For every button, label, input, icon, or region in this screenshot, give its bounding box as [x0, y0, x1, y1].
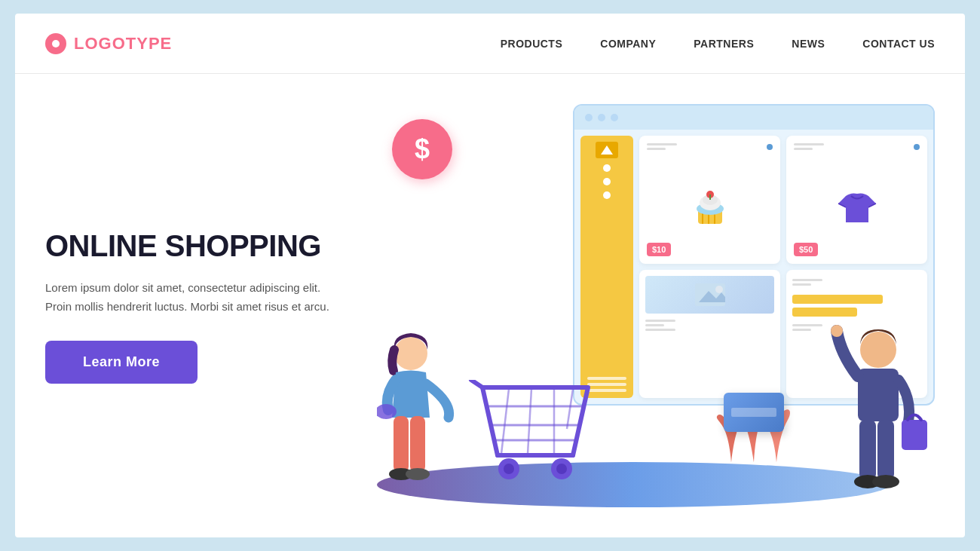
- color-block-yellow: [792, 295, 883, 304]
- logo-circle-inner: [52, 40, 60, 47]
- bc-line-2: [645, 324, 664, 326]
- shopping-cart: [467, 380, 603, 496]
- svg-point-14: [394, 337, 427, 370]
- svg-line-26: [567, 389, 573, 429]
- panel-dot: [603, 164, 611, 172]
- svg-rect-34: [859, 420, 876, 480]
- card-header-lines-2: [794, 143, 824, 150]
- svg-line-24: [528, 389, 531, 454]
- bcr-line-1: [792, 279, 822, 281]
- color-block-yellow-2: [792, 308, 857, 317]
- nav-item-partners[interactable]: PARTNERS: [694, 38, 754, 50]
- nav-item-products[interactable]: PRODUCTS: [501, 38, 563, 50]
- dollar-coin: $: [392, 119, 452, 179]
- product-card-tshirt: $50: [786, 136, 927, 264]
- hero-illustration: $: [332, 74, 935, 537]
- product-card-cupcake: $10: [639, 136, 780, 264]
- hero-description: Lorem ipsum dolor sit amet, consectetur …: [45, 278, 332, 317]
- svg-point-28: [504, 464, 514, 474]
- cupcake-price: $10: [647, 243, 671, 256]
- svg-point-37: [872, 475, 899, 488]
- tshirt-image: [794, 155, 920, 256]
- card-dot-blue-2: [914, 144, 920, 150]
- dollar-sign-icon: $: [415, 133, 430, 165]
- nav-item-news[interactable]: NEWS: [792, 38, 825, 50]
- bottom-card-left: [639, 270, 780, 398]
- browser-left-panel: [580, 136, 633, 398]
- svg-point-19: [406, 468, 430, 480]
- main-content: ONLINE SHOPPING Lorem ipsum dolor sit am…: [15, 74, 965, 537]
- credit-card: [724, 393, 784, 432]
- svg-point-32: [860, 332, 896, 368]
- woman-figure: [377, 327, 467, 496]
- card-header-2: [794, 143, 920, 150]
- bc-line-1: [645, 320, 675, 322]
- cart-svg: [467, 380, 603, 493]
- panel-shape-top: [596, 142, 618, 158]
- svg-rect-17: [410, 416, 425, 473]
- bcr-line-4: [792, 329, 811, 331]
- nav: PRODUCTS COMPANY PARTNERS NEWS CONTACT U…: [501, 38, 935, 50]
- nav-item-company[interactable]: COMPANY: [600, 38, 656, 50]
- bcr-line-2: [792, 283, 811, 286]
- credit-card-stripe: [731, 408, 776, 417]
- logo-icon: [45, 33, 66, 54]
- cupcake-image: [647, 155, 773, 256]
- svg-rect-16: [394, 416, 409, 473]
- hero-left: ONLINE SHOPPING Lorem ipsum dolor sit am…: [45, 228, 332, 384]
- browser-bar: [574, 106, 933, 130]
- card-line-2: [794, 143, 824, 145]
- card-line: [647, 143, 677, 145]
- triangle-icon: [601, 145, 613, 155]
- color-blocks: [792, 295, 921, 317]
- card-header-lines: [647, 143, 677, 150]
- learn-more-button[interactable]: Learn More: [45, 341, 198, 384]
- bottom-card-image: [645, 276, 774, 314]
- landscape-icon: [695, 283, 725, 306]
- man-figure: [829, 323, 927, 500]
- cupcake-svg: [688, 183, 733, 228]
- browser-dot-3: [611, 114, 618, 121]
- browser-dot-1: [585, 114, 593, 121]
- svg-point-39: [831, 325, 843, 337]
- woman-svg: [377, 327, 467, 493]
- browser-dot-2: [598, 114, 605, 121]
- header: LOGOTYPE PRODUCTS COMPANY PARTNERS NEWS …: [15, 14, 965, 74]
- svg-point-30: [556, 464, 567, 474]
- panel-dot-3: [603, 191, 611, 199]
- svg-rect-38: [902, 420, 927, 450]
- tshirt-price: $50: [794, 243, 818, 256]
- card-header: [647, 143, 773, 150]
- card-line-short-2: [794, 148, 813, 150]
- bottom-card-lines: [645, 320, 774, 331]
- bcr-line-3: [792, 324, 822, 326]
- card-line-short: [647, 148, 666, 150]
- man-svg: [829, 323, 927, 497]
- nav-item-contact[interactable]: CONTACT US: [862, 38, 935, 50]
- card-dot-blue: [767, 144, 773, 150]
- svg-rect-33: [858, 369, 899, 421]
- logo-text: LOGOTYPE: [74, 34, 172, 54]
- svg-point-13: [715, 286, 723, 293]
- tshirt-svg: [835, 185, 880, 226]
- bottom-card-lines-2: [792, 279, 921, 286]
- svg-rect-35: [877, 420, 894, 480]
- panel-dot-2: [603, 178, 611, 185]
- page-wrapper: LOGOTYPE PRODUCTS COMPANY PARTNERS NEWS …: [15, 14, 965, 537]
- svg-line-23: [501, 389, 509, 454]
- bc-line-3: [645, 329, 675, 331]
- logo-area: LOGOTYPE: [45, 33, 172, 54]
- page-title: ONLINE SHOPPING: [45, 228, 332, 263]
